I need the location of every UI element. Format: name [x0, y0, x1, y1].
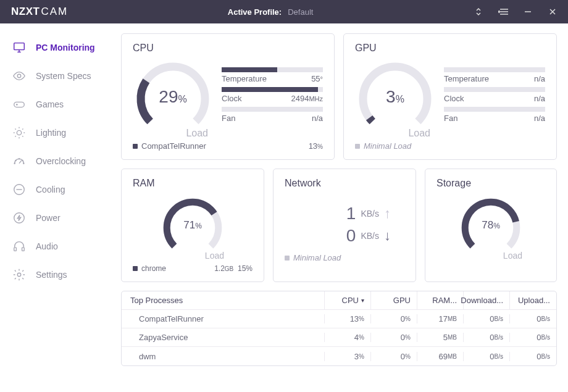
- gamepad-icon: [12, 98, 26, 111]
- gauge-icon: [12, 154, 26, 168]
- cpu-top-process: CompatTelRunner 13%: [133, 141, 323, 151]
- gpu-minimal-load: Minimal Load: [355, 141, 545, 151]
- cooling-icon: [12, 183, 26, 196]
- panel-toggle-icon[interactable]: [498, 8, 509, 15]
- svg-point-6: [15, 161, 16, 161]
- storage-gauge: 78% Load: [457, 194, 525, 262]
- headset-icon: [12, 240, 26, 253]
- sidebar-item-power[interactable]: Power: [0, 204, 117, 232]
- sidebar-item-games[interactable]: Games: [0, 90, 117, 119]
- cpu-clock-metric: Clock2494MHz: [222, 87, 323, 103]
- monitor-icon: [12, 41, 26, 54]
- sun-icon: [12, 126, 26, 140]
- close-button[interactable]: [547, 8, 558, 15]
- active-profile[interactable]: Active Profile: Default: [68, 7, 473, 17]
- cpu-gauge: 29% Load: [133, 59, 213, 139]
- table-row[interactable]: CompatTelRunner 13% 0% 17MB 0B/s 0B/s: [122, 310, 556, 328]
- gpu-fan-metric: Fann/a: [444, 107, 545, 123]
- titlebar: NZXTCAM Active Profile: Default: [0, 0, 568, 23]
- svg-rect-11: [14, 248, 17, 251]
- th-upload[interactable]: Upload...: [510, 291, 556, 309]
- sidebar-item-label: Games: [36, 99, 64, 109]
- sidebar-item-audio[interactable]: Audio: [0, 232, 117, 261]
- table-row[interactable]: ZapyaService 4% 0% 5MB 0B/s 0B/s: [122, 328, 556, 347]
- sidebar-item-lighting[interactable]: Lighting: [0, 119, 117, 147]
- network-title: Network: [285, 178, 404, 189]
- th-download[interactable]: Download...: [464, 291, 510, 309]
- svg-rect-2: [14, 102, 25, 107]
- ram-top-process: chrome 1.2GB 15%: [133, 264, 253, 273]
- cpu-card[interactable]: CPU 29% Load: [121, 33, 335, 160]
- svg-point-10: [14, 213, 25, 223]
- sidebar-item-label: System Specs: [36, 71, 91, 81]
- app-logo: NZXTCAM: [11, 6, 68, 18]
- sidebar-item-label: Cooling: [36, 185, 65, 194]
- sidebar-item-specs[interactable]: System Specs: [0, 62, 117, 90]
- profile-value: Default: [288, 7, 313, 17]
- gear-icon: [12, 268, 26, 281]
- process-table: Top Processes CPU▾ GPU RAM... Download..…: [121, 291, 557, 366]
- sidebar-item-label: Lighting: [36, 128, 66, 138]
- profile-updown-icon[interactable]: [473, 7, 484, 16]
- th-processes[interactable]: Top Processes: [122, 291, 325, 309]
- svg-point-8: [19, 159, 19, 159]
- storage-title: Storage: [436, 178, 545, 189]
- table-row[interactable]: dwm 3% 0% 69MB 0B/s 0B/s: [122, 347, 556, 365]
- cpu-fan-metric: Fann/a: [222, 107, 323, 123]
- net-download: 0KB/s ↓: [346, 226, 391, 246]
- profile-label: Active Profile:: [228, 7, 282, 17]
- svg-point-13: [17, 273, 21, 277]
- svg-point-5: [23, 163, 24, 164]
- network-card[interactable]: Network 1KB/s ↑ 0KB/s ↓ Minimal Load: [273, 169, 416, 282]
- sidebar-item-settings[interactable]: Settings: [0, 261, 117, 289]
- ram-card[interactable]: RAM 71% Load chrome 1.2GB 15%: [121, 169, 264, 282]
- chevron-down-icon: ▾: [361, 297, 364, 304]
- ram-gauge: 71% Load: [159, 194, 227, 262]
- arrow-up-icon: ↑: [384, 206, 391, 222]
- sidebar-item-label: PC Monitoring: [36, 43, 95, 52]
- arrow-down-icon: ↓: [384, 228, 391, 244]
- th-ram[interactable]: RAM...: [417, 291, 464, 309]
- ram-title: RAM: [133, 178, 253, 189]
- svg-point-4: [14, 163, 15, 164]
- table-header: Top Processes CPU▾ GPU RAM... Download..…: [122, 291, 556, 310]
- gpu-title: GPU: [355, 43, 545, 54]
- gpu-card[interactable]: GPU 3% Load: [343, 33, 557, 160]
- th-cpu[interactable]: CPU▾: [325, 291, 371, 309]
- sidebar: PC Monitoring System Specs Games Lightin…: [0, 23, 117, 392]
- sidebar-item-overclocking[interactable]: Overclocking: [0, 147, 117, 175]
- cpu-title: CPU: [133, 43, 323, 54]
- power-icon: [12, 211, 26, 225]
- sidebar-item-cooling[interactable]: Cooling: [0, 175, 117, 204]
- sidebar-item-label: Power: [36, 213, 61, 223]
- svg-point-1: [17, 74, 21, 78]
- svg-rect-12: [22, 248, 25, 251]
- sidebar-item-label: Overclocking: [36, 156, 86, 166]
- eye-icon: [12, 69, 26, 83]
- sidebar-item-monitoring[interactable]: PC Monitoring: [0, 33, 117, 62]
- net-minimal-load: Minimal Load: [285, 253, 404, 262]
- net-upload: 1KB/s ↑: [346, 204, 391, 223]
- svg-point-7: [22, 161, 23, 161]
- svg-rect-0: [14, 43, 25, 50]
- cpu-temp-metric: Temperature55°: [222, 67, 323, 83]
- th-gpu[interactable]: GPU: [371, 291, 417, 309]
- gpu-gauge: 3% Load: [355, 59, 435, 139]
- minimize-button[interactable]: [522, 8, 533, 15]
- sidebar-item-label: Audio: [36, 241, 58, 251]
- svg-point-3: [17, 130, 21, 135]
- gpu-temp-metric: Temperaturen/a: [444, 67, 545, 83]
- gpu-clock-metric: Clockn/a: [444, 87, 545, 103]
- storage-card[interactable]: Storage 78% Load: [425, 169, 557, 282]
- content-area: CPU 29% Load: [117, 23, 568, 392]
- sidebar-item-label: Settings: [36, 270, 67, 280]
